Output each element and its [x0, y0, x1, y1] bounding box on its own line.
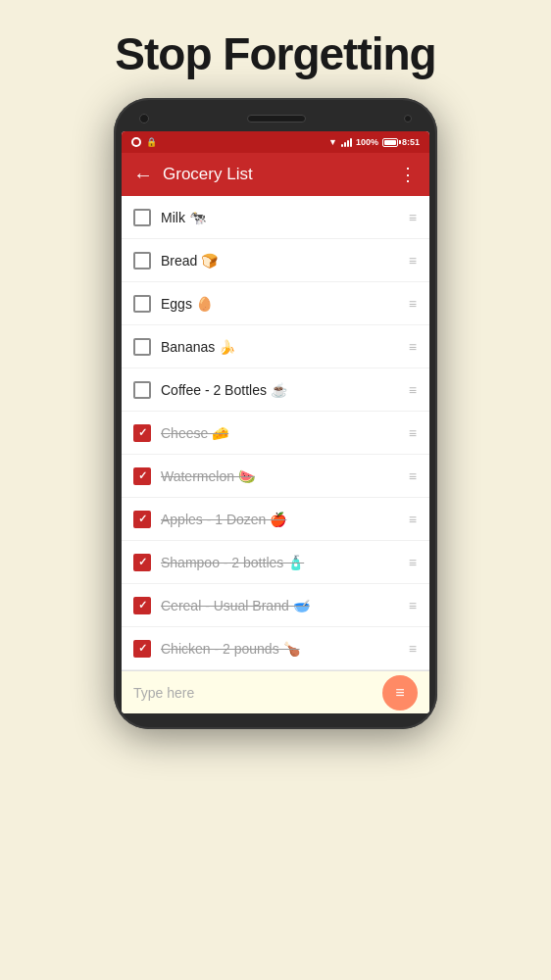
list-item: Coffee - 2 Bottles ☕ ≡ — [122, 368, 429, 412]
item-text-cheese: Cheese 🧀 — [161, 425, 409, 441]
checkbox-chicken[interactable] — [133, 640, 151, 658]
item-text-apples: Apples - 1 Dozen 🍎 — [161, 512, 409, 527]
item-text-bread: Bread 🍞 — [161, 253, 409, 269]
checkbox-watermelon[interactable] — [133, 467, 151, 485]
clock: 8:51 — [402, 137, 420, 147]
phone: 🔒 ▼ 100% 8:51 — [114, 98, 437, 729]
sensor — [404, 115, 412, 122]
signal-icon — [341, 137, 352, 147]
battery-percent: 100% — [356, 137, 378, 147]
item-text-chicken: Chicken - 2 pounds 🍗 — [161, 641, 409, 657]
wifi-icon: ▼ — [328, 137, 337, 147]
drag-handle[interactable]: ≡ — [409, 425, 418, 441]
battery-icon — [382, 138, 398, 147]
drag-handle[interactable]: ≡ — [409, 555, 418, 570]
checkbox-milk[interactable] — [133, 209, 151, 226]
grocery-list: Milk 🐄 ≡ Bread 🍞 ≡ Eggs 🥚 ≡ Bananas 🍌 — [122, 196, 429, 670]
list-item: Cereal - Usual Brand 🥣 ≡ — [122, 584, 429, 627]
item-text-milk: Milk 🐄 — [161, 210, 409, 225]
list-item: Chicken - 2 pounds 🍗 ≡ — [122, 627, 429, 670]
add-icon: ≡ — [395, 684, 404, 702]
drag-handle[interactable]: ≡ — [409, 253, 418, 269]
checkbox-eggs[interactable] — [133, 295, 151, 313]
drag-handle[interactable]: ≡ — [409, 641, 418, 657]
list-item: Shampoo - 2 bottles 🧴 ≡ — [122, 541, 429, 584]
checkbox-coffee[interactable] — [133, 381, 151, 399]
checkbox-apples[interactable] — [133, 511, 151, 528]
add-item-fab[interactable]: ≡ — [382, 675, 418, 710]
checkbox-bananas[interactable] — [133, 338, 151, 356]
list-item: Eggs 🥚 ≡ — [122, 282, 429, 325]
list-item: Cheese 🧀 ≡ — [122, 412, 429, 455]
drag-handle[interactable]: ≡ — [409, 296, 418, 312]
back-button[interactable]: ← — [133, 164, 153, 186]
list-item: Watermelon 🍉 ≡ — [122, 455, 429, 498]
list-item: Bread 🍞 ≡ — [122, 239, 429, 282]
drag-handle[interactable]: ≡ — [409, 210, 418, 225]
checkbox-bread[interactable] — [133, 252, 151, 270]
overflow-menu-button[interactable]: ⋮ — [399, 164, 418, 185]
notification-icon — [131, 137, 141, 147]
page-title: Stop Forgetting — [0, 0, 551, 98]
list-item: Apples - 1 Dozen 🍎 ≡ — [122, 498, 429, 541]
checkbox-cereal[interactable] — [133, 597, 151, 614]
drag-handle[interactable]: ≡ — [409, 468, 418, 484]
app-bar-title: Grocery List — [163, 165, 399, 184]
item-text-cereal: Cereal - Usual Brand 🥣 — [161, 598, 409, 613]
checkbox-cheese[interactable] — [133, 424, 151, 442]
item-text-bananas: Bananas 🍌 — [161, 339, 409, 355]
app-bar: ← Grocery List ⋮ — [122, 153, 429, 196]
status-bar: 🔒 ▼ 100% 8:51 — [122, 131, 429, 153]
drag-handle[interactable]: ≡ — [409, 512, 418, 527]
item-text-eggs: Eggs 🥚 — [161, 296, 409, 312]
front-camera — [139, 114, 149, 123]
item-text-shampoo: Shampoo - 2 bottles 🧴 — [161, 555, 409, 570]
drag-handle[interactable]: ≡ — [409, 382, 418, 398]
drag-handle[interactable]: ≡ — [409, 339, 418, 355]
checkbox-shampoo[interactable] — [133, 554, 151, 571]
input-bar: Type here ≡ — [122, 670, 429, 713]
speaker — [247, 115, 306, 122]
input-placeholder[interactable]: Type here — [133, 685, 382, 701]
item-text-watermelon: Watermelon 🍉 — [161, 468, 409, 484]
lock-icon: 🔒 — [146, 137, 157, 147]
list-item: Bananas 🍌 ≡ — [122, 325, 429, 368]
item-text-coffee: Coffee - 2 Bottles ☕ — [161, 382, 409, 398]
drag-handle[interactable]: ≡ — [409, 598, 418, 613]
list-item: Milk 🐄 ≡ — [122, 196, 429, 239]
